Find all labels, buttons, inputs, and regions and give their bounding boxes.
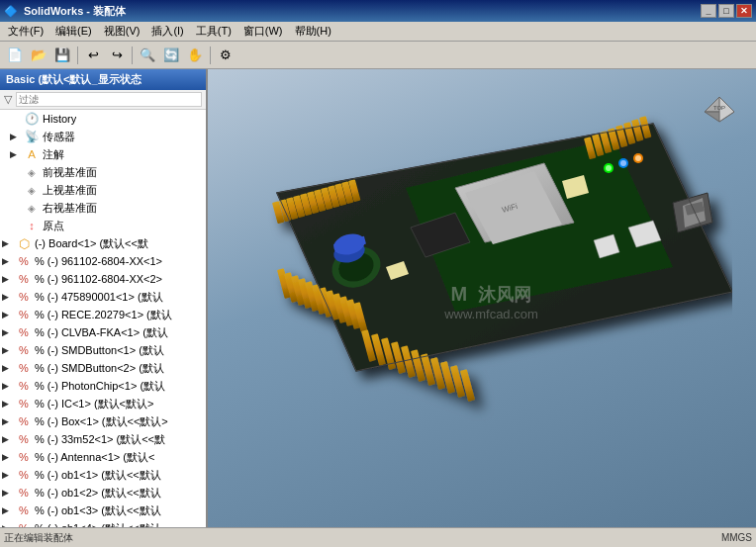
tree-item-pob14[interactable]: ▶ % % (-) ob1<4> (默认<<默认 <box>0 519 206 527</box>
undo-button[interactable]: ↩ <box>82 45 104 66</box>
status-text: 正在编辑装配体 <box>4 531 73 545</box>
expand-sensor: ▶ <box>10 132 24 141</box>
icon-prece: % <box>16 307 32 322</box>
tree-item-pob11[interactable]: ▶ % % (-) ob1<1> (默认<<默认 <box>0 466 206 484</box>
icon-psmd1: % <box>16 342 32 358</box>
label-history: History <box>43 113 76 125</box>
label-front-plane: 前视基准面 <box>43 165 97 180</box>
label-origin: 原点 <box>43 219 64 233</box>
svg-rect-46 <box>421 353 435 386</box>
tree-item-p961102-1[interactable]: ▶ % % (-) 961102-6804-XX<1> <box>0 252 206 270</box>
tree-header: Basic (默认<默认_显示状态 <box>0 69 206 90</box>
label-pob13: % (-) ob1<3> (默认<<默认 <box>35 503 161 518</box>
label-pantenna: % (-) Antenna<1> (默认< <box>35 450 154 465</box>
expand-prece: ▶ <box>2 310 16 319</box>
label-p33m52: % (-) 33m52<1> (默认<<默 <box>35 432 165 447</box>
svg-text:TOP: TOP <box>713 105 725 111</box>
label-p961102-1: % (-) 961102-6804-XX<1> <box>35 255 162 267</box>
menu-tools[interactable]: 工具(T) <box>190 22 237 41</box>
menu-help[interactable]: 帮助(H) <box>289 22 337 41</box>
tree-item-pphoton[interactable]: ▶ % % (-) PhotonChip<1> (默认 <box>0 377 206 395</box>
label-pclvba: % (-) CLVBA-FKA<1> (默认 <box>35 325 168 340</box>
tree-item-pclvba[interactable]: ▶ % % (-) CLVBA-FKA<1> (默认 <box>0 323 206 341</box>
tree-item-sensor[interactable]: ▶ 📡 传感器 <box>0 128 206 145</box>
expand-pob11: ▶ <box>2 470 16 480</box>
icon-pclvba: % <box>16 324 32 340</box>
label-pob12: % (-) ob1<2> (默认<<默认 <box>35 486 161 501</box>
tree-item-pob12[interactable]: ▶ % % (-) ob1<2> (默认<<默认 <box>0 484 206 501</box>
close-button[interactable]: ✕ <box>736 4 752 18</box>
expand-pclvba: ▶ <box>2 327 16 337</box>
label-right-plane: 右视基准面 <box>43 201 97 216</box>
tree-item-right-plane[interactable]: ◈ 右视基准面 <box>0 199 206 217</box>
icon-pob11: % <box>16 467 32 483</box>
expand-pphoton: ▶ <box>2 381 16 391</box>
label-pob11: % (-) ob1<1> (默认<<默认 <box>35 468 161 483</box>
icon-front-plane: ◈ <box>24 164 40 180</box>
tree-item-prece[interactable]: ▶ % % (-) RECE.20279<1> (默认 <box>0 306 206 323</box>
menu-file[interactable]: 文件(F) <box>2 22 49 41</box>
label-pphoton: % (-) PhotonChip<1> (默认 <box>35 379 165 394</box>
icon-pob14: % <box>16 520 32 527</box>
view-cube[interactable]: TOP <box>695 77 744 127</box>
minimize-button[interactable]: _ <box>701 4 716 18</box>
svg-rect-47 <box>430 357 445 390</box>
expand-annotation: ▶ <box>10 149 24 159</box>
settings-button[interactable]: ⚙ <box>215 45 236 66</box>
icon-pantenna: % <box>16 449 32 465</box>
save-button[interactable]: 💾 <box>51 45 73 66</box>
tree-items-container: 🕐 History ▶ 📡 传感器 ▶ A 注解 ◈ <box>0 110 206 527</box>
menu-edit[interactable]: 编辑(E) <box>49 22 98 41</box>
tree-item-annotation[interactable]: ▶ A 注解 <box>0 145 206 163</box>
label-board1: (-) Board<1> (默认<<默 <box>35 236 148 251</box>
toolbar-sep-3 <box>210 46 211 64</box>
pan-button[interactable]: ✋ <box>184 45 206 66</box>
viewport-3d[interactable]: WiFi <box>208 69 756 527</box>
expand-pbox1: ▶ <box>2 416 16 426</box>
menu-view[interactable]: 视图(V) <box>98 22 146 41</box>
main-area: Basic (默认<默认_显示状态 ▽ 🕐 History ▶ 📡 传感器 <box>0 69 756 527</box>
label-psmd2: % (-) SMDButton<2> (默认 <box>35 361 164 376</box>
new-button[interactable]: 📄 <box>4 45 26 66</box>
filter-input[interactable] <box>16 92 202 107</box>
expand-pic1: ▶ <box>2 399 16 409</box>
tree-item-top-plane[interactable]: ◈ 上视基准面 <box>0 181 206 199</box>
label-pbox1: % (-) Box<1> (默认<<默认> <box>35 414 168 429</box>
icon-pob12: % <box>16 485 32 501</box>
icon-pphoton: % <box>16 378 32 394</box>
rotate-button[interactable]: 🔄 <box>160 45 182 66</box>
open-button[interactable]: 📂 <box>28 45 49 66</box>
tree-item-p33m52[interactable]: ▶ % % (-) 33m52<1> (默认<<默 <box>0 430 206 448</box>
tree-item-origin[interactable]: ↕ 原点 <box>0 217 206 234</box>
svg-rect-49 <box>450 365 465 398</box>
tree-item-pbox1[interactable]: ▶ % % (-) Box<1> (默认<<默认> <box>0 412 206 430</box>
tree-item-pantenna[interactable]: ▶ % % (-) Antenna<1> (默认< <box>0 448 206 466</box>
label-p475890001: % (-) 475890001<1> (默认 <box>35 290 163 305</box>
svg-point-62 <box>620 160 626 166</box>
status-bar: 正在编辑装配体 MMGS <box>0 527 756 547</box>
label-sensor: 传感器 <box>43 130 75 144</box>
svg-point-64 <box>635 155 641 161</box>
title-text: SolidWorks - 装配体 <box>24 4 126 19</box>
tree-item-p961102-2[interactable]: ▶ % % (-) 961102-6804-XX<2> <box>0 270 206 288</box>
tree-item-p475890001[interactable]: ▶ % % (-) 475890001<1> (默认 <box>0 288 206 306</box>
tree-item-pic1[interactable]: ▶ % % (-) IC<1> (默认<默认> <box>0 395 206 412</box>
expand-p475890001: ▶ <box>2 292 16 302</box>
feature-tree: Basic (默认<默认_显示状态 ▽ 🕐 History ▶ 📡 传感器 <box>0 69 208 527</box>
zoom-button[interactable]: 🔍 <box>137 45 158 66</box>
maximize-button[interactable]: □ <box>718 4 734 18</box>
redo-button[interactable]: ↪ <box>106 45 128 66</box>
status-units: MMGS <box>721 532 752 543</box>
menu-window[interactable]: 窗口(W) <box>237 22 289 41</box>
menu-insert[interactable]: 插入(I) <box>145 22 189 41</box>
app-icon: 🔷 <box>4 5 18 18</box>
filter-bar: ▽ <box>0 90 206 110</box>
toolbar-sep-2 <box>132 46 133 64</box>
tree-item-board1[interactable]: ▶ ⬡ (-) Board<1> (默认<<默 <box>0 234 206 252</box>
tree-item-history[interactable]: 🕐 History <box>0 110 206 128</box>
tree-item-psmd1[interactable]: ▶ % % (-) SMDButton<1> (默认 <box>0 341 206 359</box>
tree-item-psmd2[interactable]: ▶ % % (-) SMDButton<2> (默认 <box>0 359 206 377</box>
tree-item-pob13[interactable]: ▶ % % (-) ob1<3> (默认<<默认 <box>0 501 206 519</box>
icon-pic1: % <box>16 396 32 411</box>
tree-item-front-plane[interactable]: ◈ 前视基准面 <box>0 163 206 181</box>
